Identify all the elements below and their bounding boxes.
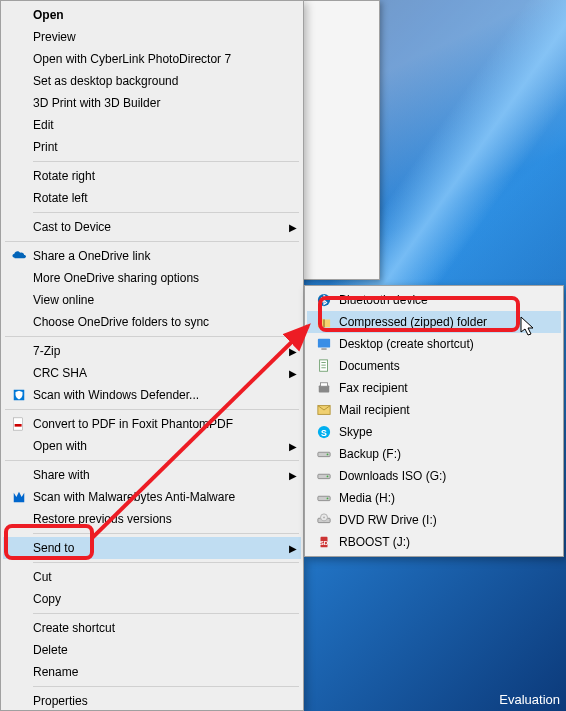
- menu-label: Scan with Windows Defender...: [29, 388, 297, 402]
- submenu-arrow-icon: ▶: [289, 346, 297, 357]
- menu-item-create-shortcut[interactable]: Create shortcut: [3, 617, 301, 639]
- menu-item-open[interactable]: Open: [3, 4, 301, 26]
- menu-item-cast[interactable]: Cast to Device▶: [3, 216, 301, 238]
- menu-label: Restore previous versions: [29, 512, 297, 526]
- menu-item-print[interactable]: Print: [3, 136, 301, 158]
- menu-label: Preview: [29, 30, 297, 44]
- onedrive-icon: [9, 249, 29, 263]
- bluetooth-icon: [313, 293, 335, 307]
- separator: [5, 409, 299, 410]
- svg-rect-6: [321, 348, 326, 349]
- menu-item-rotate-left[interactable]: Rotate left: [3, 187, 301, 209]
- mail-icon: [313, 403, 335, 417]
- submenu-label: Fax recipient: [335, 381, 557, 395]
- menu-item-cyberlink[interactable]: Open with CyberLink PhotoDirector 7: [3, 48, 301, 70]
- menu-label: Open with CyberLink PhotoDirector 7: [29, 52, 297, 66]
- svg-text:S: S: [321, 428, 327, 438]
- menu-item-set-background[interactable]: Set as desktop background: [3, 70, 301, 92]
- menu-label: 3D Print with 3D Builder: [29, 96, 297, 110]
- menu-item-open-with[interactable]: Open with▶: [3, 435, 301, 457]
- menu-item-copy[interactable]: Copy: [3, 588, 301, 610]
- menu-item-delete[interactable]: Delete: [3, 639, 301, 661]
- menu-item-crc-sha[interactable]: CRC SHA▶: [3, 362, 301, 384]
- menu-label: Copy: [29, 592, 297, 606]
- menu-item-preview[interactable]: Preview: [3, 26, 301, 48]
- menu-label: 7-Zip: [29, 344, 289, 358]
- menu-label: View online: [29, 293, 297, 307]
- menu-label: Open with: [29, 439, 289, 453]
- submenu-arrow-icon: ▶: [289, 368, 297, 379]
- submenu-label: Documents: [335, 359, 557, 373]
- menu-label: Create shortcut: [29, 621, 297, 635]
- menu-item-3d-print[interactable]: 3D Print with 3D Builder: [3, 92, 301, 114]
- submenu-item-mail[interactable]: Mail recipient: [307, 399, 561, 421]
- menu-item-more-onedrive[interactable]: More OneDrive sharing options: [3, 267, 301, 289]
- submenu-item-rboost-drive[interactable]: SDRBOOST (J:): [307, 531, 561, 553]
- menu-item-choose-onedrive[interactable]: Choose OneDrive folders to sync: [3, 311, 301, 333]
- menu-item-cut[interactable]: Cut: [3, 566, 301, 588]
- menu-item-defender[interactable]: Scan with Windows Defender...: [3, 384, 301, 406]
- menu-item-properties[interactable]: Properties: [3, 690, 301, 711]
- menu-item-malwarebytes[interactable]: Scan with Malwarebytes Anti-Malware: [3, 486, 301, 508]
- submenu-arrow-icon: ▶: [289, 222, 297, 233]
- svg-rect-5: [318, 339, 330, 348]
- menu-item-share-with[interactable]: Share with▶: [3, 464, 301, 486]
- submenu-item-media-drive[interactable]: Media (H:): [307, 487, 561, 509]
- watermark: Evaluation: [499, 692, 560, 707]
- menu-item-rename[interactable]: Rename: [3, 661, 301, 683]
- menu-label: Convert to PDF in Foxit PhantomPDF: [29, 417, 297, 431]
- submenu-item-dvd-drive[interactable]: DVD RW Drive (I:): [307, 509, 561, 531]
- menu-label: Cast to Device: [29, 220, 289, 234]
- svg-point-21: [327, 498, 329, 500]
- menu-label: Set as desktop background: [29, 74, 297, 88]
- submenu-item-backup-drive[interactable]: Backup (F:): [307, 443, 561, 465]
- menu-label: Share a OneDrive link: [29, 249, 297, 263]
- submenu-item-fax[interactable]: Fax recipient: [307, 377, 561, 399]
- menu-label: Properties: [29, 694, 297, 708]
- skype-icon: S: [313, 425, 335, 439]
- menu-item-send-to[interactable]: Send to▶: [3, 537, 301, 559]
- defender-icon: [9, 388, 29, 402]
- menu-label: Print: [29, 140, 297, 154]
- svg-point-24: [323, 517, 325, 519]
- separator: [33, 686, 299, 687]
- submenu-label: Bluetooth device: [335, 293, 557, 307]
- menu-item-view-online[interactable]: View online: [3, 289, 301, 311]
- submenu-item-downloads-drive[interactable]: Downloads ISO (G:): [307, 465, 561, 487]
- svg-rect-12: [321, 383, 328, 387]
- submenu-item-desktop-shortcut[interactable]: Desktop (create shortcut): [307, 333, 561, 355]
- submenu-item-compressed-folder[interactable]: Compressed (zipped) folder: [307, 311, 561, 333]
- send-to-submenu: Bluetooth device Compressed (zipped) fol…: [304, 285, 564, 557]
- menu-label: More OneDrive sharing options: [29, 271, 297, 285]
- documents-icon: [313, 359, 335, 373]
- submenu-item-documents[interactable]: Documents: [307, 355, 561, 377]
- svg-rect-4: [323, 319, 325, 327]
- menu-label: CRC SHA: [29, 366, 289, 380]
- separator: [5, 460, 299, 461]
- submenu-arrow-icon: ▶: [289, 441, 297, 452]
- desktop-icon: [313, 337, 335, 351]
- submenu-item-skype[interactable]: SSkype: [307, 421, 561, 443]
- separator: [33, 533, 299, 534]
- separator: [33, 613, 299, 614]
- svg-text:SD: SD: [320, 539, 329, 546]
- separator: [33, 212, 299, 213]
- pdf-icon: [9, 417, 29, 431]
- menu-item-restore-previous[interactable]: Restore previous versions: [3, 508, 301, 530]
- menu-item-7zip[interactable]: 7-Zip▶: [3, 340, 301, 362]
- menu-label: Scan with Malwarebytes Anti-Malware: [29, 490, 297, 504]
- menu-item-foxit[interactable]: Convert to PDF in Foxit PhantomPDF: [3, 413, 301, 435]
- menu-item-edit[interactable]: Edit: [3, 114, 301, 136]
- menu-label: Edit: [29, 118, 297, 132]
- submenu-arrow-icon: ▶: [289, 470, 297, 481]
- submenu-label: DVD RW Drive (I:): [335, 513, 557, 527]
- svg-rect-2: [15, 424, 22, 427]
- submenu-label: Backup (F:): [335, 447, 557, 461]
- submenu-label: Skype: [335, 425, 557, 439]
- submenu-item-bluetooth[interactable]: Bluetooth device: [307, 289, 561, 311]
- submenu-label: RBOOST (J:): [335, 535, 557, 549]
- menu-item-rotate-right[interactable]: Rotate right: [3, 165, 301, 187]
- separator: [33, 161, 299, 162]
- menu-label: Send to: [29, 541, 289, 555]
- menu-item-share-onedrive[interactable]: Share a OneDrive link: [3, 245, 301, 267]
